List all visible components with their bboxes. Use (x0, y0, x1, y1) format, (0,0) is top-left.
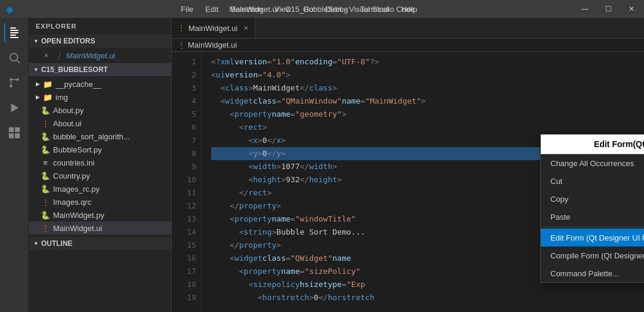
maximize-button[interactable]: ☐ (602, 4, 615, 14)
svg-rect-0 (10, 27, 16, 29)
svg-point-9 (10, 78, 13, 81)
py-icon-country: 🐍 (41, 171, 50, 180)
cut-label: Cut (550, 177, 562, 186)
file-name-mainwidget-ui: MainWidget.ui (53, 224, 102, 233)
folder-icon: 📁 (43, 80, 52, 89)
source-control-activity-icon[interactable] (4, 73, 24, 93)
activity-bar (0, 18, 29, 312)
context-item-copy[interactable]: Copy Ctrl+C (541, 190, 644, 208)
svg-point-7 (10, 85, 13, 88)
titlebar: ◆ File Edit Selection View Go Debug Term… (0, 0, 644, 18)
svg-point-8 (16, 78, 19, 81)
folder-img[interactable]: ▶ 📁 img (29, 91, 171, 104)
outline-header[interactable]: ▼ OUTLINE (29, 237, 171, 250)
file-name-bsa: bubble_sort_algorith... (53, 132, 130, 141)
explorer-header: EXPLORER (29, 18, 171, 35)
open-editors-header[interactable]: ▼ OPEN EDITORS (29, 35, 171, 48)
svg-rect-12 (14, 127, 19, 132)
edit-form-label: Edit Form (Qt Designer UI File) (550, 233, 644, 242)
py-icon-bsa: 🐍 (41, 132, 50, 141)
open-editors-triangle: ▼ (33, 38, 39, 44)
window-title: MainWidget.ui - C15_BubbleSort - Visual … (229, 5, 414, 14)
file-name-countries: countries.ini (53, 158, 94, 167)
folder-arrow: ▶ (36, 81, 40, 87)
outline-label: OUTLINE (41, 239, 73, 248)
file-bubblesort-py[interactable]: 🐍 BubbleSort.py (29, 143, 171, 156)
file-mainwidget-ui[interactable]: ⋮ MainWidget.ui (29, 221, 171, 235)
vscode-logo: ◆ (6, 4, 13, 15)
editor-area: ⋮ MainWidget.ui ✕ ⋮ MainWidget.ui 1 2 3 … (172, 18, 644, 312)
py-file-icon: 🐍 (41, 106, 50, 115)
paste-label: Paste (550, 213, 570, 221)
window-controls: — ☐ ✕ (578, 4, 638, 14)
svg-rect-3 (10, 35, 16, 36)
folder-name-img: img (55, 93, 68, 102)
context-menu: Edit Form(Qt Designer UI File) Change Al… (540, 134, 644, 283)
minimize-button[interactable]: — (578, 4, 592, 14)
project-header[interactable]: ▼ C15_BUBBLESORT (29, 63, 171, 76)
search-activity-icon[interactable] (4, 48, 24, 68)
context-item-command-palette[interactable]: Command Palette... Ctrl+Shift+P (541, 264, 644, 282)
file-name-images-qrc: Images.qrc (53, 198, 91, 207)
file-images-rc-py[interactable]: 🐍 Images_rc.py (29, 182, 171, 195)
svg-rect-13 (8, 133, 13, 138)
main-layout: EXPLORER ▼ OPEN EDITORS ✕ ⋮ MainWidget.u… (0, 18, 644, 312)
context-separator (541, 227, 644, 227)
file-bubblesort-alg[interactable]: 🐍 bubble_sort_algorith... (29, 130, 171, 143)
file-country-py[interactable]: 🐍 Country.py (29, 169, 171, 182)
file-countries-ini[interactable]: ≡ countries.ini (29, 156, 171, 169)
open-editors-file-mainwidget[interactable]: ✕ ⋮ MainWidget.ui (29, 49, 171, 62)
context-item-cut[interactable]: Cut Ctrl+X (541, 172, 644, 190)
ui-icon-about: ⋮ (41, 119, 50, 128)
explorer-activity-icon[interactable] (4, 23, 24, 43)
folder-arrow-img: ▶ (36, 94, 40, 100)
svg-marker-10 (11, 104, 18, 113)
context-item-compile-form[interactable]: Compile Form (Qt Designer UI File) into … (541, 247, 644, 264)
ini-icon: ≡ (41, 158, 50, 167)
file-name-about-ui: About.ui (53, 119, 82, 128)
run-activity-icon[interactable] (4, 98, 24, 118)
file-mainwidget-py[interactable]: 🐍 MainWidget.py (29, 208, 171, 221)
context-item-paste[interactable]: Paste Ctrl+V (541, 208, 644, 226)
compile-form-label: Compile Form (Qt Designer UI File) into … (550, 251, 644, 260)
project-section: ▼ C15_BUBBLESORT ▶ 📁 __pycache__ ▶ 📁 img… (29, 63, 171, 236)
sidebar: EXPLORER ▼ OPEN EDITORS ✕ ⋮ MainWidget.u… (29, 18, 172, 312)
context-item-change-all[interactable]: Change All Occurrences Ctrl+F2 (541, 154, 644, 172)
command-palette-label: Command Palette... (550, 269, 619, 278)
py-icon-mw: 🐍 (41, 211, 50, 220)
ui-icon-mw: ⋮ (41, 224, 50, 233)
file-name-country: Country.py (53, 171, 90, 180)
project-triangle: ▼ (33, 67, 39, 73)
py-icon-irc: 🐍 (41, 185, 50, 194)
outline-section: ▼ OUTLINE (29, 237, 171, 250)
context-menu-overlay: Edit Form(Qt Designer UI File) Change Al… (172, 18, 644, 312)
file-name-images-rc: Images_rc.py (53, 185, 100, 194)
file-name-mainwidget-py: MainWidget.py (53, 211, 104, 220)
menu-edit[interactable]: Edit (200, 4, 223, 15)
qrc-icon: ⋮ (41, 198, 50, 207)
file-about-ui[interactable]: ⋮ About.ui (29, 117, 171, 130)
close-icon[interactable]: ✕ (43, 52, 48, 60)
ui-file-icon: ⋮ (54, 51, 63, 60)
context-item-edit-form[interactable]: Edit Form (Qt Designer UI File) (541, 229, 644, 247)
open-editors-section: ▼ OPEN EDITORS ✕ ⋮ MainWidget.ui (29, 35, 171, 63)
titlebar-left: ◆ (6, 4, 18, 15)
project-tree: ▶ 📁 __pycache__ ▶ 📁 img 🐍 About.py ⋮ Abo… (29, 76, 171, 236)
folder-pycache[interactable]: ▶ 📁 __pycache__ (29, 77, 171, 91)
svg-rect-11 (8, 127, 13, 132)
py-icon-bs: 🐍 (41, 145, 50, 154)
open-editors-filename: MainWidget.ui (66, 51, 115, 60)
extensions-activity-icon[interactable] (4, 123, 24, 143)
file-name-bs: BubbleSort.py (53, 145, 102, 154)
outline-triangle: ▼ (33, 241, 39, 247)
context-menu-header: Edit Form(Qt Designer UI File) (541, 135, 644, 154)
file-images-qrc[interactable]: ⋮ Images.qrc (29, 195, 171, 208)
menu-file[interactable]: File (176, 4, 198, 15)
change-all-label: Change All Occurrences (550, 159, 634, 168)
close-button[interactable]: ✕ (625, 4, 638, 14)
svg-rect-4 (10, 37, 18, 38)
folder-name-pycache: __pycache__ (55, 80, 101, 89)
folder-icon-img: 📁 (43, 93, 52, 102)
file-about-py[interactable]: 🐍 About.py (29, 104, 171, 117)
svg-line-6 (17, 60, 20, 63)
